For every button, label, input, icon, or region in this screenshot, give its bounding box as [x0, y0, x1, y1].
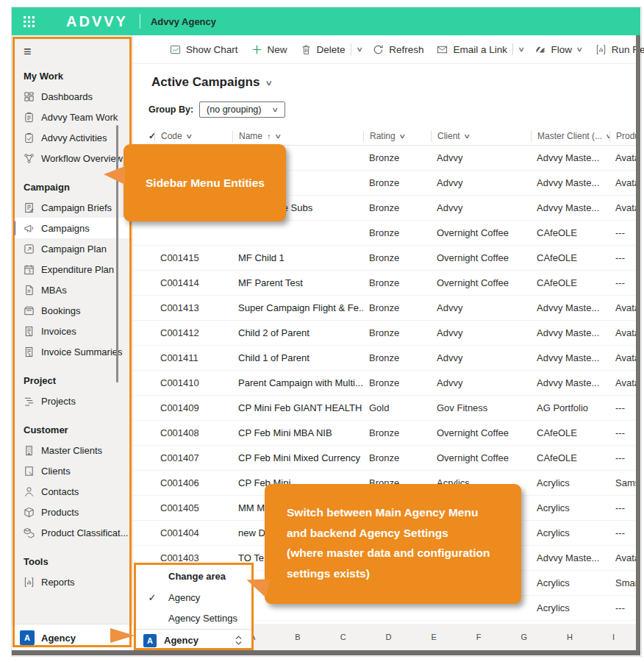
table-row[interactable]: C001411Child 1 of ParentBronzeAdvvyAdvvy…: [132, 346, 637, 371]
sort-ascending-icon: ↑: [267, 132, 271, 140]
sidebar-item-projects[interactable]: Projects: [12, 391, 132, 411]
table-row[interactable]: C001415MF Child 1BronzeOvernight CoffeeC…: [132, 246, 637, 271]
area-switcher[interactable]: A Agency: [136, 629, 251, 651]
sidebar-item-products[interactable]: Products: [12, 502, 132, 522]
sidebar-nav: My WorkDashboardsAdvvy Team WorkAdvvy Ac…: [12, 57, 132, 592]
cell-product: ---: [609, 252, 637, 263]
cell-rating: Bronze: [363, 327, 431, 338]
cell-client: Advvy: [431, 302, 531, 313]
column-header-code[interactable]: Code∨: [154, 131, 232, 142]
sidebar-item-label: Master Clients: [41, 445, 102, 456]
cell-product: Avatar: [609, 352, 637, 363]
delete-button[interactable]: Delete: [301, 44, 346, 55]
menu-item-agency[interactable]: ✓ Agency: [136, 587, 251, 608]
plus-icon: [251, 44, 262, 55]
table-row[interactable]: C001410Parent Campaign with Multi...Bron…: [132, 371, 637, 396]
jump-letter-b[interactable]: B: [295, 633, 300, 641]
select-all-column[interactable]: ✓: [132, 131, 154, 142]
table-row[interactable]: C001409CP Mini Feb GIANT HEALTHGoldGov F…: [132, 396, 637, 421]
sidebar-item-advvy-team-work[interactable]: Advvy Team Work: [12, 107, 132, 127]
column-header-master-client[interactable]: Master Client (...∨: [531, 131, 609, 142]
view-selector[interactable]: Active Campaigns ∨: [151, 75, 637, 90]
column-label: Client: [437, 131, 460, 141]
report-icon: [24, 577, 35, 588]
sidebar-item-label: Products: [41, 507, 79, 518]
cell-master-client: AG Portfolio: [531, 402, 609, 413]
flow-button[interactable]: Flow ∨: [535, 44, 582, 55]
flow-icon: [535, 44, 546, 55]
jump-letter-i[interactable]: I: [612, 633, 615, 641]
cell-name: Super Campaign Flight & Fe...: [232, 302, 363, 313]
column-header-rating[interactable]: Rating∨: [363, 131, 431, 142]
sidebar-item-contacts[interactable]: Contacts: [12, 481, 132, 502]
group-by-select[interactable]: (no grouping) ∨: [199, 102, 285, 118]
sidebar-item-label: Invoices: [41, 326, 76, 337]
jump-letter-d[interactable]: D: [386, 633, 392, 641]
column-header-name[interactable]: Name↑∨: [232, 131, 363, 142]
menu-item-agency-settings[interactable]: Agency Settings: [136, 608, 251, 628]
table-row[interactable]: C001408CP Feb Mini MBA NIBBronzeOvernigh…: [132, 421, 637, 446]
cell-code: C001405: [154, 502, 232, 513]
jump-letter-f[interactable]: F: [476, 633, 482, 641]
megaphone-icon: [24, 223, 35, 234]
sidebar-item-label: Contacts: [41, 486, 79, 497]
jump-letter-c[interactable]: C: [340, 633, 346, 641]
main-scrollbar[interactable]: [636, 35, 640, 651]
jump-letter-h[interactable]: H: [567, 633, 573, 641]
workflow-icon: [24, 153, 35, 164]
command-bar: Show Chart New Delete ∨ Refresh Email a …: [132, 35, 637, 64]
sidebar-item-expenditure-plan[interactable]: Expenditure Plan: [12, 259, 132, 280]
cell-rating: Bronze: [363, 202, 431, 213]
column-header-product[interactable]: Product: [609, 131, 637, 142]
sidebar-item-campaign-plan[interactable]: Campaign Plan: [12, 238, 132, 259]
callout-line: Switch between Main Agency Menu: [287, 502, 521, 523]
sidebar-item-advvy-activities[interactable]: Advvy Activities: [12, 127, 132, 148]
column-label: Code: [161, 131, 182, 141]
sidebar-scrollbar[interactable]: [116, 125, 118, 382]
table-row[interactable]: C001414MF Parent TestBronzeOvernight Cof…: [132, 271, 637, 296]
cell-product: ---: [609, 602, 637, 613]
sidebar-item-mbas[interactable]: MBAs: [12, 280, 132, 300]
table-row[interactable]: C001412Child 2 of ParentBronzeAdvvyAdvvy…: [132, 321, 637, 346]
delete-split-button[interactable]: ∨: [351, 43, 362, 55]
table-row[interactable]: C001407CP Feb Mini Mixed CurrencyBronzeO…: [132, 446, 637, 471]
jump-letter-e[interactable]: E: [431, 633, 436, 641]
sidebar-item-invoice-summaries[interactable]: Invoice Summaries: [12, 341, 132, 362]
cell-product: Avatar: [609, 302, 637, 313]
jump-letter-g[interactable]: G: [520, 633, 527, 641]
column-header-client[interactable]: Client∨: [431, 131, 531, 142]
agency-area-icon: A: [20, 630, 35, 645]
new-button[interactable]: New: [251, 44, 287, 55]
collapse-chevrons-icon: [235, 635, 243, 646]
cell-product: ---: [609, 452, 637, 463]
sidebar-item-bookings[interactable]: Bookings: [12, 300, 132, 321]
sidebar-item-campaign-briefs[interactable]: Campaign Briefs: [12, 197, 132, 218]
email-a-link-button[interactable]: Email a Link: [437, 44, 507, 55]
chevron-down-icon: ∨: [274, 132, 282, 140]
email-split-button[interactable]: ∨: [512, 43, 524, 55]
sidebar-item-clients[interactable]: Clients: [12, 460, 132, 481]
app-name: Advvy Agency: [151, 16, 216, 27]
cell-rating: Bronze: [363, 452, 431, 463]
chart-icon: [170, 44, 181, 55]
sidebar-item-master-clients[interactable]: Master Clients: [12, 440, 132, 460]
app-window: ADVVY Advvy Agency ≡ My WorkDashboardsAd…: [0, 0, 644, 662]
sidebar-item-workflow-overview[interactable]: Workflow Overview: [12, 148, 132, 168]
cell-client: Advvy: [431, 202, 531, 213]
hamburger-menu-icon[interactable]: ≡: [24, 46, 132, 57]
sidebar-item-invoices[interactable]: Invoices: [12, 321, 132, 341]
show-chart-button[interactable]: Show Chart: [170, 44, 238, 55]
sidebar-item-reports[interactable]: Reports: [12, 572, 132, 592]
table-row[interactable]: C001413Super Campaign Flight & Fe...Bron…: [132, 296, 637, 321]
sidebar-item-dashboards[interactable]: Dashboards: [12, 86, 132, 107]
building-icon: [24, 445, 35, 456]
sidebar-item-label: Reports: [41, 577, 75, 588]
doc-icon: [24, 285, 35, 296]
cell-master-client: Advvy Maste...: [531, 377, 609, 388]
table-row[interactable]: BronzeOvernight CoffeeCAfeOLE---: [132, 221, 637, 246]
cell-client: Advvy: [431, 352, 531, 363]
sidebar-item-product-classificat[interactable]: Product Classificat...: [12, 522, 132, 543]
refresh-button[interactable]: Refresh: [373, 44, 423, 55]
sidebar-item-campaigns[interactable]: Campaigns: [12, 218, 132, 238]
waffle-icon[interactable]: [23, 15, 35, 28]
